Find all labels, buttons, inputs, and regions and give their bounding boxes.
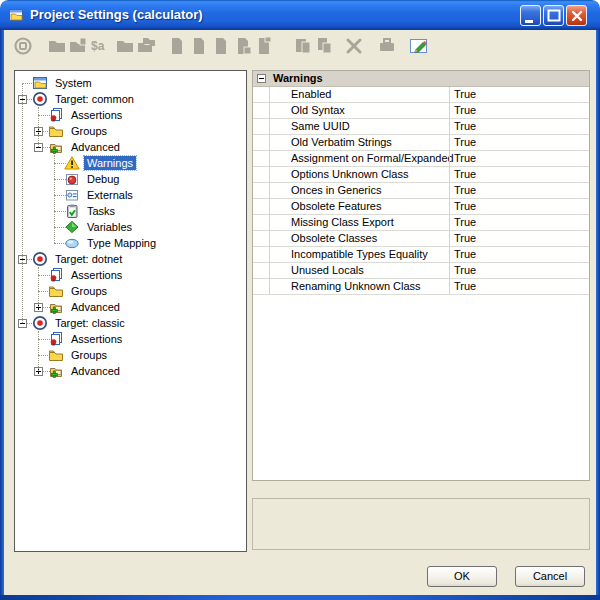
property-name: Old Syntax <box>291 104 345 116</box>
substitute-tool-button[interactable]: $a <box>88 35 110 57</box>
document-badge-tool-button[interactable] <box>232 35 254 57</box>
debug-icon <box>64 171 80 187</box>
ring-tool-button[interactable] <box>12 35 34 57</box>
property-value[interactable]: True <box>454 264 476 276</box>
property-row[interactable]: Incompatible Types EqualityTrue <box>253 247 589 263</box>
property-row[interactable]: Unused LocalsTrue <box>253 263 589 279</box>
folder-open-tool-button[interactable] <box>114 35 136 57</box>
tree-item-system[interactable]: System <box>15 75 246 91</box>
property-value[interactable]: True <box>454 200 476 212</box>
tree-item-groups[interactable]: Groups <box>15 347 246 363</box>
ok-button[interactable]: OK <box>427 566 497 587</box>
advanced-icon <box>48 299 64 315</box>
window-title: Project Settings (calculator) <box>30 0 203 30</box>
tree-item-advanced[interactable]: Advanced <box>15 299 246 315</box>
window-frame-left <box>0 30 4 596</box>
tree-item-type-mapping[interactable]: Type Mapping <box>15 235 246 251</box>
close-button[interactable] <box>566 5 587 26</box>
window-frame-right <box>596 30 600 596</box>
property-value[interactable]: True <box>454 248 476 260</box>
tree-item-warnings[interactable]: Warnings <box>15 155 246 171</box>
document-tool-1-button[interactable] <box>166 35 188 57</box>
property-row[interactable]: Obsolete FeaturesTrue <box>253 199 589 215</box>
document-flag-tool-icon <box>253 35 275 57</box>
tree-item-target-classic[interactable]: Target: classic <box>15 315 246 331</box>
tree-item-label: Externals <box>84 188 136 202</box>
tree-connector <box>38 107 39 147</box>
paste-tool-button[interactable] <box>292 35 314 57</box>
property-row[interactable]: Same UUIDTrue <box>253 119 589 135</box>
property-name: Obsolete Features <box>291 200 382 212</box>
tree-item-groups[interactable]: Groups <box>15 283 246 299</box>
property-row[interactable]: Renaming Unknown ClassTrue <box>253 279 589 295</box>
tree-item-target-common[interactable]: Target: common <box>15 91 246 107</box>
document-tool-3-button[interactable] <box>210 35 232 57</box>
property-value[interactable]: True <box>454 152 476 164</box>
grid-divider <box>269 87 270 295</box>
property-group-title: Warnings <box>273 72 323 84</box>
property-row[interactable]: Obsolete ClassesTrue <box>253 231 589 247</box>
property-row[interactable]: Options Unknown ClassTrue <box>253 167 589 183</box>
property-value[interactable]: True <box>454 184 476 196</box>
property-row[interactable]: Onces in GenericsTrue <box>253 183 589 199</box>
maximize-button[interactable] <box>543 5 564 26</box>
document-flag-tool-button[interactable] <box>253 35 275 57</box>
property-value[interactable]: True <box>454 136 476 148</box>
minimize-button[interactable] <box>520 5 541 26</box>
tree-item-label: Target: common <box>52 92 137 106</box>
tree-item-tasks[interactable]: Tasks <box>15 203 246 219</box>
tree-item-label: Groups <box>68 348 110 362</box>
property-value[interactable]: True <box>454 216 476 228</box>
collapse-icon[interactable] <box>257 74 266 83</box>
property-value[interactable]: True <box>454 280 476 292</box>
tree-item-advanced[interactable]: Advanced <box>15 139 246 155</box>
property-name: Missing Class Export <box>291 216 394 228</box>
property-row[interactable]: Missing Class ExportTrue <box>253 215 589 231</box>
tree-item-assertions[interactable]: Assertions <box>15 267 246 283</box>
assertions-icon <box>48 267 64 283</box>
project-settings-icon <box>8 7 24 23</box>
tree-item-label: Advanced <box>68 300 123 314</box>
tree-item-label: Groups <box>68 284 110 298</box>
folder-copy-tool-icon <box>67 35 89 57</box>
tree-item-variables[interactable]: Variables <box>15 219 246 235</box>
target-icon <box>32 91 48 107</box>
property-name: Renaming Unknown Class <box>291 280 421 292</box>
folders-tool-button[interactable] <box>136 35 158 57</box>
tree-item-target-dotnet[interactable]: Target: dotnet <box>15 251 246 267</box>
property-value[interactable]: True <box>454 104 476 116</box>
settings-tree: SystemTarget: commonAssertionsGroupsAdva… <box>14 70 247 552</box>
tree-item-advanced[interactable]: Advanced <box>15 363 246 379</box>
document-tool-2-button[interactable] <box>188 35 210 57</box>
property-row[interactable]: Old SyntaxTrue <box>253 103 589 119</box>
property-row[interactable]: Assignment on Formal/ExpandedTrue <box>253 151 589 167</box>
tree-item-assertions[interactable]: Assertions <box>15 331 246 347</box>
cancel-button[interactable]: Cancel <box>515 566 585 587</box>
property-name: Old Verbatim Strings <box>291 136 392 148</box>
tree-item-groups[interactable]: Groups <box>15 123 246 139</box>
assertions-icon <box>48 331 64 347</box>
property-row[interactable]: Old Verbatim StringsTrue <box>253 135 589 151</box>
delete-tool-button[interactable] <box>343 35 365 57</box>
groups-icon <box>48 283 64 299</box>
document-badge-tool-icon <box>232 35 254 57</box>
minimize-icon <box>521 6 542 27</box>
folder-copy-tool-button[interactable] <box>67 35 89 57</box>
property-row[interactable]: EnabledTrue <box>253 87 589 103</box>
property-value[interactable]: True <box>454 88 476 100</box>
tree-item-externals[interactable]: Externals <box>15 187 246 203</box>
property-value[interactable]: True <box>454 168 476 180</box>
grid-divider[interactable] <box>449 87 450 295</box>
tree-item-assertions[interactable]: Assertions <box>15 107 246 123</box>
property-name: Onces in Generics <box>291 184 381 196</box>
ring-tool-icon <box>12 35 34 57</box>
property-value[interactable]: True <box>454 232 476 244</box>
tree-item-label: System <box>52 76 95 90</box>
tree-item-label: Groups <box>68 124 110 138</box>
copy-tool-button[interactable] <box>313 35 335 57</box>
archive-tool-button[interactable] <box>376 35 398 57</box>
tree-item-debug[interactable]: Debug <box>15 171 246 187</box>
property-value[interactable]: True <box>454 120 476 132</box>
folder-tool-button[interactable] <box>46 35 68 57</box>
edit-manually-tool-button[interactable] <box>408 35 430 57</box>
